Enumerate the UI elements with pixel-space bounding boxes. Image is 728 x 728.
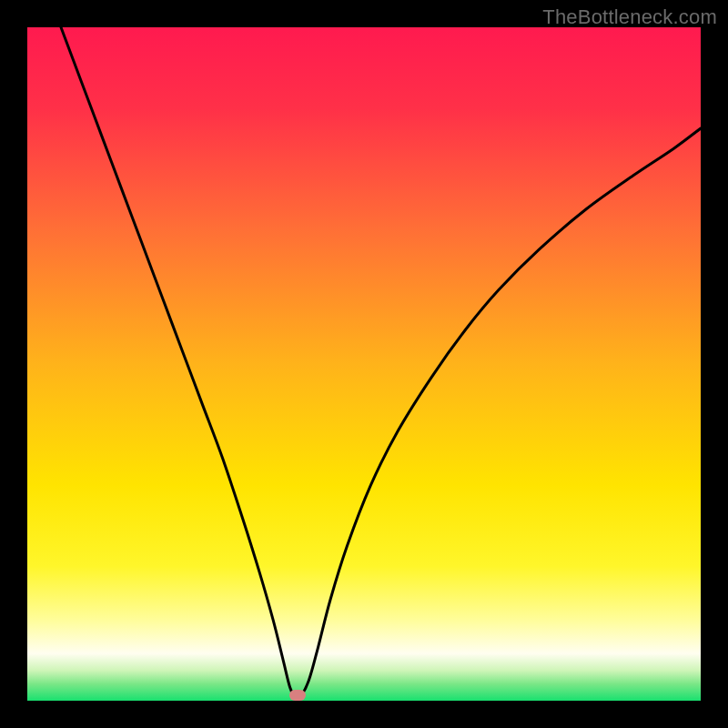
optimum-marker [289,690,306,701]
chart-frame: TheBottleneck.com [0,0,728,728]
bottleneck-curve [27,27,701,701]
plot-area [27,27,701,701]
watermark-text: TheBottleneck.com [542,5,717,29]
